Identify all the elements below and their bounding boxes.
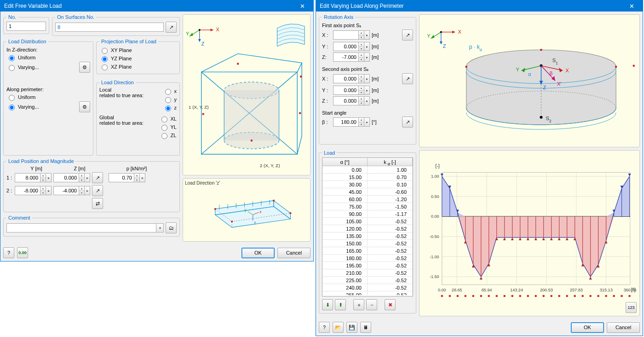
pick-beta-icon[interactable]: ↗ [402,116,413,128]
z-varying-settings-icon[interactable]: ⚙ [79,62,90,73]
excel-import-icon[interactable]: ⬆ [335,299,346,310]
comment-input[interactable] [6,223,156,232]
step-icon[interactable]: ▸ [364,52,370,62]
table-row[interactable]: 255.00-0.52 [322,291,413,295]
y2-input[interactable] [15,186,40,195]
swap-points-icon[interactable]: ⇄ [92,198,103,209]
insert-row-icon[interactable]: ＋ [353,299,364,310]
s2x-input[interactable] [333,74,359,83]
table-row[interactable]: 180.00-0.52 [322,255,413,262]
pick-point1-icon[interactable]: ↗ [92,172,103,183]
spinner-icon[interactable]: ▴▾ [40,173,46,182]
excel-export-icon[interactable]: ⬇ [322,299,333,310]
step-icon[interactable]: ▸ [140,173,145,182]
spinner-icon[interactable]: ▴▾ [134,173,140,182]
close-icon[interactable]: ✕ [624,3,639,10]
step-icon[interactable]: ▸ [364,117,370,127]
step-icon[interactable]: ▸ [85,186,90,195]
spinner-icon[interactable]: ▴▾ [359,74,364,83]
radio-z-varying[interactable]: Varying... [6,63,39,71]
radio-local-x[interactable]: x [163,87,177,95]
ok-button[interactable]: OK [242,248,275,258]
open-icon[interactable]: 📂 [333,322,344,333]
spinner-icon[interactable]: ▴▾ [79,186,85,195]
s1x-input[interactable] [333,30,359,40]
table-row[interactable]: 15.000.70 [322,174,413,181]
spinner-icon[interactable]: ▴▾ [359,117,364,127]
help-icon[interactable]: ? [319,322,330,333]
chart-numeric-icon[interactable]: 123 [626,302,637,313]
on-surfaces-input[interactable] [55,23,164,32]
chevron-down-icon[interactable]: ▾ [156,223,164,232]
table-row[interactable]: 45.00-0.60 [322,188,413,196]
cancel-button[interactable]: Cancel [277,248,310,258]
perim-varying-settings-icon[interactable]: ⚙ [79,101,90,112]
step-icon[interactable]: ▸ [364,42,370,51]
s1y-input[interactable] [333,42,359,51]
table-row[interactable]: 105.00-0.52 [322,218,413,225]
p1-input[interactable] [109,173,134,182]
pick-point2-icon[interactable]: ↗ [92,185,103,196]
table-row[interactable]: 75.00-1.50 [322,203,413,210]
radio-xz[interactable]: XZ Plane [99,63,177,71]
help-icon[interactable]: ? [3,247,14,258]
calc-icon[interactable]: 🖩 [360,322,371,333]
delete-row-icon[interactable]: － [366,299,377,310]
cancel-button[interactable]: Cancel [607,322,640,333]
table-row[interactable]: 195.00-0.52 [322,262,413,269]
step-icon[interactable]: ▸ [85,173,90,182]
pick-s2-icon[interactable]: ↗ [402,73,413,84]
radio-yz[interactable]: YZ Plane [99,54,177,63]
pick-s1-icon[interactable]: ↗ [402,29,413,41]
step-icon[interactable]: ▸ [46,186,52,195]
table-row[interactable]: 210.00-0.52 [322,269,413,277]
table-row[interactable]: 135.00-0.52 [322,232,413,240]
s2y-input[interactable] [333,86,359,95]
z2-input[interactable] [53,186,79,195]
table-row[interactable]: 150.00-0.52 [322,240,413,247]
no-input[interactable] [6,22,46,31]
close-icon[interactable]: ✕ [295,3,310,10]
comment-combo[interactable]: ▾ [6,223,164,232]
table-row[interactable]: 30.000.10 [322,181,413,188]
beta-input[interactable] [333,117,359,127]
ok-button[interactable]: OK [571,322,604,333]
table-row[interactable]: 90.00-1.17 [322,210,413,218]
radio-xy[interactable]: XY Plane [99,46,177,54]
table-row[interactable]: 240.00-0.52 [322,284,413,291]
y1-input[interactable] [15,173,40,182]
spinner-icon[interactable]: ▴▾ [359,30,364,40]
comment-library-icon[interactable]: 🗂 [166,222,177,233]
radio-local-y[interactable]: y [163,95,177,104]
spinner-icon[interactable]: ▴▾ [79,173,85,182]
step-icon[interactable]: ▸ [364,30,370,40]
radio-local-z[interactable]: z [163,104,177,112]
radio-global-xl[interactable]: XL [159,115,177,123]
spinner-icon[interactable]: ▴▾ [359,42,364,51]
titlebar[interactable]: Edit Free Variable Load ✕ [0,0,313,12]
step-icon[interactable]: ▸ [46,173,52,182]
save-icon[interactable]: 💾 [346,322,357,333]
step-icon[interactable]: ▸ [364,86,370,95]
units-icon[interactable]: 0.00 [17,247,28,258]
clear-table-icon[interactable]: ✖ [385,299,396,310]
radio-global-zl[interactable]: ZL [159,131,177,139]
load-table[interactable]: α [°] k α [-] 0.001.0015.000.7030.000.10… [322,157,413,296]
s1z-input[interactable] [333,52,359,62]
table-row[interactable]: 60.00-1.20 [322,196,413,203]
spinner-icon[interactable]: ▴▾ [40,186,46,195]
radio-global-yl[interactable]: YL [159,123,177,131]
table-row[interactable]: 120.00-0.52 [322,225,413,232]
radio-perim-uniform[interactable]: Uniform [6,93,90,101]
table-row[interactable]: 225.00-0.52 [322,277,413,284]
step-icon[interactable]: ▸ [364,96,370,105]
radio-perim-varying[interactable]: Varying... [6,103,39,111]
pick-surfaces-icon[interactable]: ↗ [166,22,177,33]
s2z-input[interactable] [333,96,359,105]
spinner-icon[interactable]: ▴▾ [359,52,364,62]
table-row[interactable]: 165.00-0.52 [322,247,413,255]
radio-z-uniform[interactable]: Uniform [6,53,36,62]
table-row[interactable]: 0.001.00 [322,166,413,174]
titlebar[interactable]: Edit Varying Load Along Perimeter ✕ [316,0,643,12]
z1-input[interactable] [53,173,79,182]
